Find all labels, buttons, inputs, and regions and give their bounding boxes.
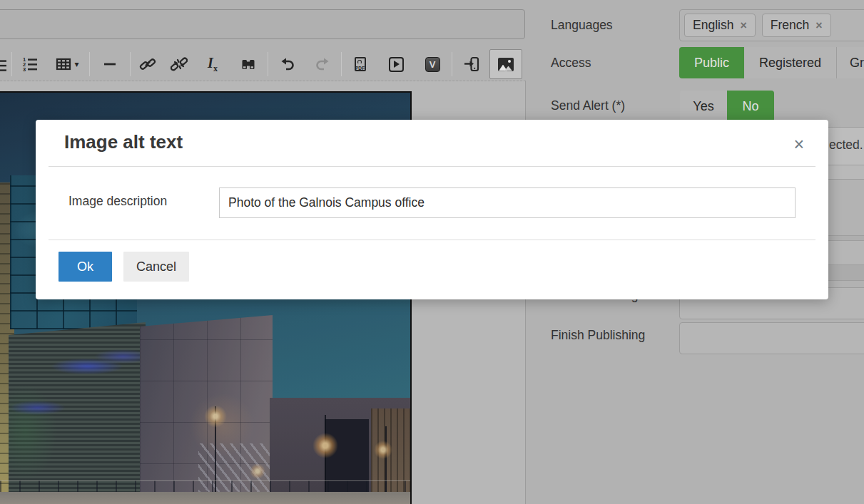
redo-button[interactable]	[305, 49, 340, 79]
finish-publishing-input[interactable]	[679, 322, 864, 354]
language-tag-label: English	[693, 18, 733, 33]
horizontal-rule-icon	[101, 56, 118, 73]
editor-toolbar: 1 2 3 ▾	[0, 46, 526, 81]
access-registered-button[interactable]: Registered	[744, 47, 836, 78]
article-title-input[interactable]	[0, 9, 525, 39]
vimeo-icon: V	[425, 57, 440, 72]
groups-status-text: ected.	[829, 138, 863, 153]
table-icon	[55, 56, 72, 73]
close-icon[interactable]: ×	[793, 135, 804, 153]
language-tag[interactable]: English ×	[684, 14, 756, 37]
table-button[interactable]: ▾	[46, 49, 88, 79]
language-tag-label: French	[771, 18, 809, 33]
remove-link-button[interactable]	[163, 49, 195, 79]
login-arrow-icon	[463, 56, 480, 73]
send-alert-no-button[interactable]: No	[727, 91, 774, 122]
send-alert-label: Send Alert (*)	[551, 98, 625, 113]
remove-tag-icon[interactable]: ×	[740, 19, 746, 32]
send-alert-button-group: Yes No	[680, 91, 774, 122]
ordered-list-icon: 1 2 3	[21, 56, 39, 73]
insert-link-button[interactable]	[132, 49, 163, 79]
caret-down-icon: ▾	[74, 59, 78, 69]
clear-formatting-button[interactable]: Ix	[195, 49, 230, 79]
ordered-list-button[interactable]: 1 2 3	[14, 49, 46, 79]
toolbar-separator	[130, 52, 131, 76]
play-icon	[389, 57, 404, 72]
undo-button[interactable]	[270, 49, 305, 79]
insert-image-button[interactable]	[489, 49, 522, 79]
access-button-group: Public Registered Gr	[679, 47, 864, 78]
find-replace-button[interactable]	[230, 49, 266, 79]
redo-icon	[314, 56, 331, 73]
languages-label: Languages	[551, 18, 613, 33]
link-icon	[139, 56, 156, 73]
toolbar-separator	[268, 52, 268, 76]
access-group-button[interactable]: Gr	[837, 47, 864, 78]
image-description-input[interactable]	[219, 187, 796, 218]
languages-multiselect[interactable]: English × French ×	[679, 9, 864, 41]
dialog-title: Image alt text	[64, 131, 183, 153]
dialog-divider	[49, 166, 815, 167]
media-embed-button[interactable]	[377, 49, 415, 79]
unlink-icon	[171, 56, 188, 73]
horizontal-rule-button[interactable]	[91, 49, 128, 79]
export-pdf-button[interactable]: PDF	[343, 49, 377, 79]
clear-formatting-icon: Ix	[208, 55, 218, 74]
access-label: Access	[551, 56, 591, 71]
undo-icon	[279, 56, 296, 73]
cms-edit-screen: 1 2 3 ▾	[0, 0, 864, 504]
pdf-icon: PDF	[355, 57, 366, 71]
login-redirect-button[interactable]	[454, 49, 489, 79]
image-description-label: Image description	[68, 194, 167, 209]
binoculars-icon	[240, 56, 257, 73]
language-tag[interactable]: French ×	[762, 14, 831, 37]
send-alert-yes-button[interactable]: Yes	[680, 91, 727, 122]
toolbar-separator	[452, 52, 452, 76]
image-alt-text-dialog: Image alt text × Image description Ok Ca…	[36, 120, 828, 299]
dialog-divider	[49, 240, 815, 240]
remove-tag-icon[interactable]: ×	[815, 19, 822, 32]
svg-text:3: 3	[23, 66, 26, 73]
finish-publishing-label: Finish Publishing	[551, 328, 645, 343]
toolbar-separator	[341, 52, 342, 76]
image-icon	[498, 58, 514, 71]
cancel-button[interactable]: Cancel	[123, 252, 189, 282]
toolbar-separator	[89, 52, 90, 76]
access-public-button[interactable]: Public	[679, 47, 744, 78]
toolbar-separator	[11, 52, 12, 76]
ok-button[interactable]: Ok	[59, 252, 112, 282]
vimeo-button[interactable]: V	[415, 49, 450, 79]
